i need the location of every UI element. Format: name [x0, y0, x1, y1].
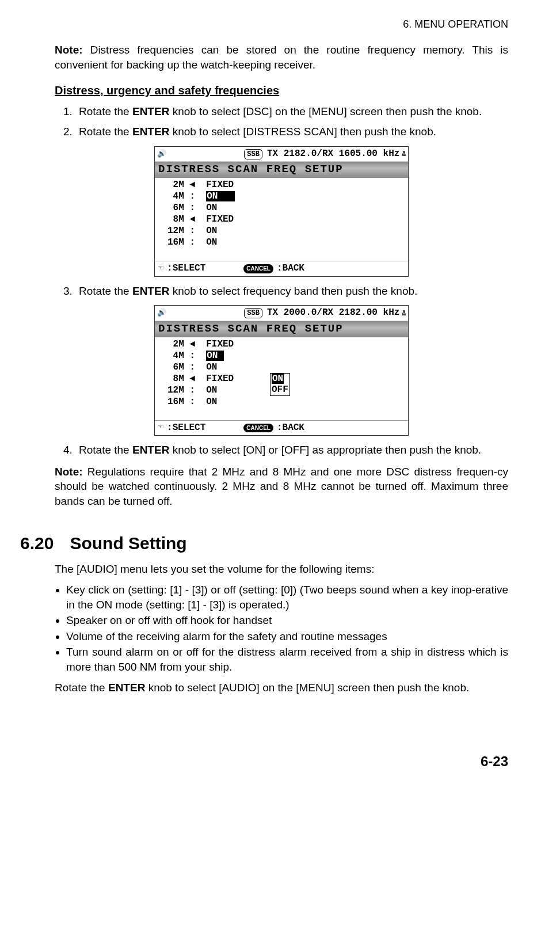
step-4: Rotate the ENTER knob to select [ON] or …	[75, 443, 508, 458]
screen-top-bar: 🔊 SSB TX 2000.0/RX 2182.00 kHz ⍙	[155, 306, 408, 321]
band-row-6m: 6M : ON	[167, 361, 403, 373]
band-row-16m: 16M : ON	[167, 237, 403, 248]
section-title: Sound Setting	[70, 532, 186, 555]
note-label: Note:	[55, 466, 83, 478]
footer-select: :SELECT	[167, 422, 205, 435]
section-intro: The [AUDIO] menu lets you set the volume…	[55, 562, 508, 577]
step-text: Rotate the	[79, 125, 132, 138]
ssb-badge: SSB	[244, 308, 262, 318]
note-paragraph-1: Note: Distress frequencies can be stored…	[55, 43, 508, 72]
enter-knob-label: ENTER	[132, 105, 169, 117]
bullet-item: Key click on (setting: [1] - [3]) or off…	[66, 583, 508, 612]
speaker-icon: 🔊	[157, 149, 166, 159]
section-heading: 6.20 Sound Setting	[20, 532, 508, 555]
step-text: Rotate the	[79, 105, 132, 117]
lcd-screen-2: 🔊 SSB TX 2000.0/RX 2182.00 kHz ⍙ DISTRES…	[154, 305, 409, 436]
enter-knob-label: ENTER	[108, 682, 145, 694]
screen-body: 2M ◄ FIXED 4M : ON 6M : ON 8M ◄ FIXED 12…	[155, 337, 408, 420]
footer-back: :BACK	[277, 262, 304, 275]
enter-icon: ☜	[158, 422, 163, 433]
band-row-2m: 2M ◄ FIXED	[167, 338, 403, 350]
freq-display: TX 2000.0/RX 2182.00 kHz	[267, 307, 399, 319]
band-row-6m: 6M : ON	[167, 202, 403, 214]
band-row-8m: 8M ◄ FIXED	[167, 214, 403, 225]
popup-off: OFF	[272, 385, 288, 395]
band-row-2m: 2M ◄ FIXED	[167, 179, 403, 191]
screen-body: 2M ◄ FIXED 4M : ON 6M : ON 8M ◄ FIXED 12…	[155, 178, 408, 261]
step-text: knob to select [ON] or [OFF] as appropri…	[169, 444, 481, 456]
screen-footer: ☜ :SELECT CANCEL :BACK	[155, 261, 408, 276]
speaker-icon: 🔊	[157, 308, 166, 318]
step-text: knob to select frequency band then push …	[169, 285, 417, 297]
page-header: 6. MENU OPERATION	[55, 17, 508, 31]
bullet-list: Key click on (setting: [1] - [3]) or off…	[55, 583, 508, 675]
bullet-item: Speaker on or off with off hook for hand…	[66, 613, 508, 628]
step-3: Rotate the ENTER knob to select frequenc…	[75, 284, 508, 299]
band-row-4m: 4M : ON	[167, 191, 403, 202]
screen-footer: ☜ :SELECT CANCEL :BACK	[155, 420, 408, 436]
step-text: Rotate the	[79, 444, 132, 456]
screen-title: DISTRESS SCAN FREQ SETUP	[155, 321, 408, 337]
step-1: Rotate the ENTER knob to select [DSC] on…	[75, 104, 508, 119]
enter-icon: ☜	[158, 263, 163, 275]
band-row-4m: 4M : ON	[167, 350, 403, 361]
subheading-distress: Distress, urgency and safety frequencies	[55, 83, 508, 98]
footer-select: :SELECT	[167, 262, 205, 275]
lcd-screen-1: 🔊 SSB TX 2182.0/RX 1605.00 kHz ⍙ DISTRES…	[154, 146, 409, 277]
cancel-badge: CANCEL	[243, 424, 273, 433]
band-row-12m: 12M : ON	[167, 225, 403, 237]
cancel-badge: CANCEL	[243, 264, 273, 273]
selected-value: ON	[206, 351, 224, 361]
freq-display: TX 2182.0/RX 1605.00 kHz	[267, 148, 399, 161]
enter-knob-label: ENTER	[132, 125, 169, 138]
screen-top-bar: 🔊 SSB TX 2182.0/RX 1605.00 kHz ⍙	[155, 147, 408, 162]
step-text: knob to select [DSC] on the [MENU] scree…	[169, 105, 482, 117]
step-2: Rotate the ENTER knob to select [DISTRES…	[75, 124, 508, 139]
on-off-popup: ON OFF	[270, 373, 290, 396]
bullet-item: Volume of the receiving alarm for the sa…	[66, 629, 508, 644]
selected-value: ON	[206, 191, 235, 201]
note-text: Distress frequencies can be stored on th…	[55, 44, 508, 71]
section-number: 6.20	[20, 532, 54, 555]
popup-on: ON	[272, 374, 284, 384]
section-closing: Rotate the ENTER knob to select [AUDIO] …	[55, 680, 508, 695]
antenna-icon: ⍙	[402, 150, 406, 158]
page-number: 6-23	[55, 752, 508, 771]
step-text: knob to select [DISTRESS SCAN] then push…	[169, 125, 436, 138]
note-label: Note:	[55, 44, 83, 56]
note-text: Regulations require that 2 MHz and 8 MHz…	[55, 466, 508, 507]
closing-text: Rotate the	[55, 682, 108, 694]
bullet-item: Turn sound alarm on or off for the distr…	[66, 645, 508, 674]
note-paragraph-2: Note: Regulations require that 2 MHz and…	[55, 465, 508, 509]
step-text: Rotate the	[79, 285, 132, 297]
enter-knob-label: ENTER	[132, 285, 169, 297]
enter-knob-label: ENTER	[132, 444, 169, 456]
ssb-badge: SSB	[244, 149, 262, 159]
screen-title: DISTRESS SCAN FREQ SETUP	[155, 162, 408, 178]
closing-text: knob to select [AUDIO] on the [MENU] scr…	[145, 682, 469, 694]
footer-back: :BACK	[277, 422, 304, 435]
band-row-16m: 16M : ON	[167, 396, 403, 408]
antenna-icon: ⍙	[402, 309, 406, 318]
